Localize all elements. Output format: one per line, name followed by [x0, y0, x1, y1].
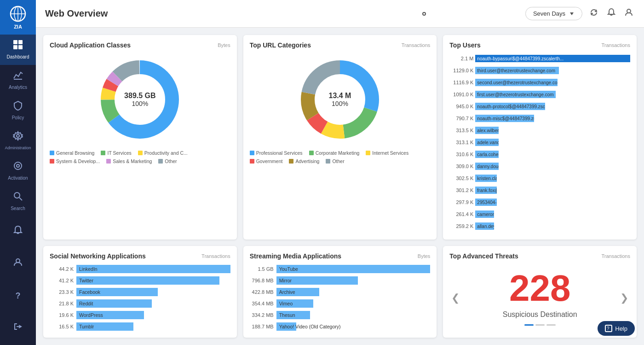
bar-fill: LinkedIn	[76, 265, 230, 273]
list-item[interactable]: 334.2 MB Thesun	[250, 310, 431, 320]
bar-value: 796.8 MB	[250, 278, 274, 283]
bar-track: Mirror	[276, 276, 431, 285]
time-filter-button[interactable]: Seven Days	[525, 7, 582, 20]
sidebar-logo[interactable]: ZIA	[0, 0, 36, 35]
user-bar-container: first.user@thezerotrustexchange.com	[475, 91, 630, 98]
sidebar-bottom: ?	[0, 216, 36, 345]
sidebar-item-helpq[interactable]: ?	[0, 281, 36, 313]
sidebar-item-administration[interactable]: Administration	[0, 125, 36, 156]
user-value: 1116.9 K	[449, 80, 473, 85]
user-row[interactable]: 302.5 K kristen.clark@thezerotrustexchan…	[449, 173, 630, 183]
user-bar: alex.wilber@thezerotrustexchange.com	[475, 127, 498, 134]
svg-rect-5	[18, 40, 23, 44]
refresh-button[interactable]	[588, 6, 600, 21]
user-row[interactable]: 2.1 M noauth-bypassuri$@44847399.zscaler…	[449, 53, 630, 64]
streaming-unit: Bytes	[418, 253, 431, 259]
list-item[interactable]: 1.5 GB YouTube	[250, 264, 431, 274]
user-row[interactable]: 297.9 K 2953404-sales@thezerotrustlab.co…	[449, 197, 630, 207]
url-legend-label-1: Corporate Marketing	[316, 150, 360, 156]
sidebar-label-administration: Administration	[5, 146, 31, 150]
user-bar-container: noauth-misc$@44847399.zscalerthree.net	[475, 115, 630, 122]
user-row[interactable]: 259.2 K allan.deyoung@thezerotrustexchan…	[449, 221, 630, 231]
user-bar: noauth-misc$@44847399.zscalerthree.net	[475, 115, 534, 122]
user-row[interactable]: 1116.9 K second.user@thezerotrustexchang…	[449, 77, 630, 88]
cloud-app-legend: General Browsing IT Services Productivit…	[50, 150, 230, 164]
user-name: danny.douglas@thezerotrustexchange.com	[477, 164, 498, 169]
list-item[interactable]: 354.4 MB Vimeo	[250, 299, 431, 308]
bar-name: Twitter	[79, 278, 93, 283]
notification-button[interactable]	[605, 6, 617, 21]
user-row[interactable]: 790.7 K noauth-misc$@44847399.zscalerthr…	[449, 113, 630, 123]
list-item[interactable]: 23.3 K Facebook	[50, 287, 230, 297]
svg-point-10	[14, 162, 22, 170]
sidebar-item-alerts[interactable]	[0, 216, 36, 248]
sidebar-item-analytics[interactable]: Analytics	[0, 65, 36, 95]
user-row[interactable]: 313.5 K alex.wilber@thezerotrustexchange…	[449, 125, 630, 135]
bar-fill: WordPress	[76, 311, 144, 319]
sidebar-item-search[interactable]: Search	[0, 186, 36, 216]
dashboard-icon	[13, 40, 23, 53]
header: Web Overview Seven Days	[36, 0, 644, 28]
sidebar: ZIA Dashboard Analytics Policy	[0, 0, 36, 345]
user-bar: danny.douglas@thezerotrustexchange.com	[475, 163, 498, 170]
user-row[interactable]: 301.2 K frank.fox@thezerotrustexchange.c…	[449, 185, 630, 195]
user-bar: third.user@thezerotrustexchange.com	[475, 67, 559, 74]
user-value: 310.6 K	[449, 152, 473, 157]
list-item[interactable]: 422.8 MB Archive	[250, 287, 431, 297]
legend-item-2: Productivity and C...	[138, 150, 188, 156]
bar-track: Yahoo! Video (Old Category)	[276, 322, 431, 331]
user-value: 313.1 K	[449, 140, 473, 145]
bar-fill: Facebook	[76, 288, 158, 296]
time-filter-label: Seven Days	[533, 10, 565, 17]
sidebar-item-activation[interactable]: Activation	[0, 156, 36, 186]
bar-fill: Twitter	[76, 276, 219, 285]
user-row[interactable]: 261.4 K cameron.white@thezerotrustexchan…	[449, 209, 630, 219]
user-row[interactable]: 313.1 K adele.vance@thezerotrustexchange…	[449, 137, 630, 147]
user-row[interactable]: 1091.0 K first.user@thezerotrustexchange…	[449, 89, 630, 99]
user-value: 259.2 K	[449, 223, 473, 229]
url-cat-unit: Transactions	[402, 42, 431, 48]
user-value: 790.7 K	[449, 116, 473, 121]
list-item[interactable]: 41.2 K Twitter	[50, 276, 230, 285]
bar-value: 21.8 K	[50, 301, 74, 306]
sidebar-item-dashboard[interactable]: Dashboard	[0, 35, 36, 65]
user-row[interactable]: 309.0 K danny.douglas@thezerotrustexchan…	[449, 161, 630, 171]
url-cat-title: Top URL Categories	[250, 41, 311, 49]
alerts-icon	[13, 225, 23, 237]
user-name: adele.vance@thezerotrustexchange.com	[477, 140, 498, 145]
user-name: alex.wilber@thezerotrustexchange.com	[477, 128, 498, 133]
user-row[interactable]: 310.6 K carla.cohen@thezerotrustexchange…	[449, 149, 630, 159]
user-row[interactable]: 1129.0 K third.user@thezerotrustexchange…	[449, 65, 630, 76]
user-button[interactable]	[623, 6, 635, 21]
user-bar-container: carla.cohen@thezerotrustexchange.com	[475, 151, 630, 158]
user-bar-container: danny.douglas@thezerotrustexchange.com	[475, 163, 630, 170]
threats-dot-2	[535, 324, 545, 326]
url-legend-label-3: Government	[256, 158, 283, 164]
logout-icon	[13, 322, 23, 334]
sidebar-item-user[interactable]	[0, 248, 36, 281]
policy-icon	[13, 100, 23, 113]
svg-point-12	[14, 193, 20, 198]
list-item[interactable]: 21.8 K Reddit	[50, 299, 230, 308]
list-item[interactable]: 19.6 K WordPress	[50, 310, 230, 320]
top-users-header: Top Users Transactions	[449, 41, 630, 49]
legend-label-4: Sales & Marketing	[113, 158, 152, 164]
user-name: kristen.clark@thezerotrustexchange.com	[477, 176, 497, 181]
list-item[interactable]: 188.7 MB Yahoo! Video (Old Category)	[250, 322, 431, 331]
threats-prev-button[interactable]: ❮	[451, 292, 460, 304]
list-item[interactable]: 44.2 K LinkedIn	[50, 264, 230, 274]
sidebar-item-policy[interactable]: Policy	[0, 95, 36, 125]
user-bar-container: noauth-protocol$@44847399.zscalerthre...	[475, 103, 630, 110]
bar-value: 1.5 GB	[250, 266, 274, 272]
list-item[interactable]: 16.5 K Tumblr	[50, 322, 230, 331]
svg-point-11	[17, 164, 19, 167]
user-row[interactable]: 945.0 K noauth-protocol$@44847399.zscale…	[449, 101, 630, 111]
bar-track: Thesun	[276, 311, 431, 319]
sidebar-item-logout[interactable]	[0, 313, 36, 345]
threats-next-button[interactable]: ❯	[620, 292, 628, 304]
url-legend-2: Internet Services	[366, 150, 408, 156]
bar-track: Vimeo	[276, 299, 431, 308]
bar-fill: Thesun	[276, 311, 310, 319]
help-button[interactable]: ? Help	[598, 321, 635, 336]
list-item[interactable]: 796.8 MB Mirror	[250, 276, 431, 285]
